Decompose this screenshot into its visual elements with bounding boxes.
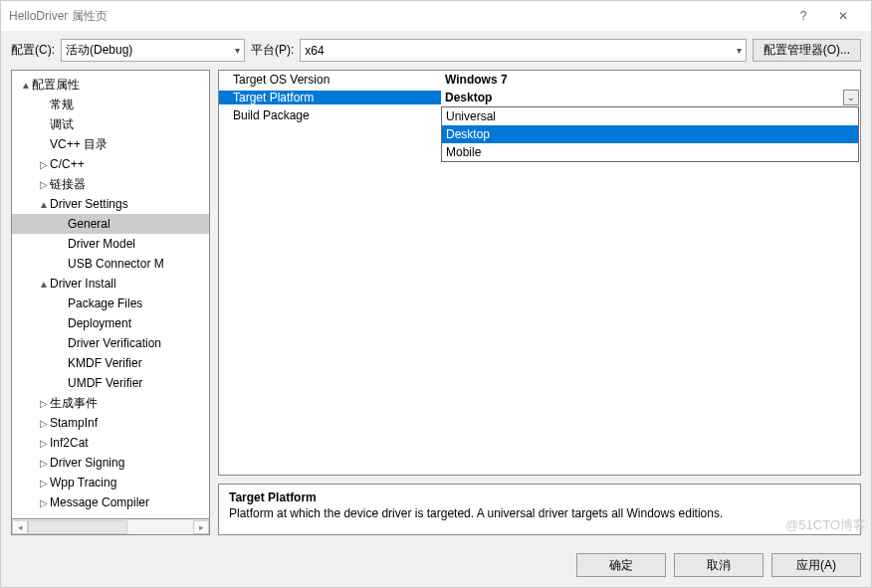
tree-expander-icon[interactable]: ▲	[38, 199, 50, 210]
tree-item-label: Driver Settings	[50, 197, 128, 211]
tree-item[interactable]: ▷C/C++	[12, 154, 209, 174]
target-platform-dropdown[interactable]: UniversalDesktopMobile	[441, 106, 859, 162]
tree-item-label: 生成事件	[50, 395, 98, 412]
apply-button[interactable]: 应用(A)	[771, 553, 861, 577]
tree-item-label: C/C++	[50, 157, 85, 171]
tree-expander-icon[interactable]: ▷	[38, 398, 50, 409]
tree-expander-icon[interactable]: ▷	[38, 438, 50, 449]
tree-item[interactable]: General	[12, 214, 209, 234]
tree-item[interactable]: VC++ 目录	[12, 134, 209, 154]
tree-item-label: USB Connector M	[68, 257, 164, 271]
description-title: Target Platform	[229, 490, 850, 504]
tree-item-label: Message Compiler	[50, 495, 149, 509]
platform-combo[interactable]: x64 ▾	[300, 39, 746, 62]
tree-expander-icon[interactable]: ▷	[38, 458, 50, 469]
tree-item-label: Driver Verification	[68, 336, 161, 350]
scroll-left-icon[interactable]: ◂	[12, 520, 28, 534]
platform-label: 平台(P):	[251, 42, 294, 59]
scroll-track[interactable]	[28, 520, 193, 534]
scroll-right-icon[interactable]: ▸	[193, 520, 209, 534]
tree-expander-icon[interactable]: ▷	[38, 497, 50, 508]
ok-button[interactable]: 确定	[576, 553, 666, 577]
tree-item-label: Deployment	[68, 316, 131, 330]
dialog-footer: 确定 取消 应用(A)	[1, 543, 871, 587]
tree-item[interactable]: 调试	[12, 114, 209, 134]
platform-combo-value: x64	[305, 44, 324, 58]
description-text: Platform at which the device driver is t…	[229, 506, 850, 520]
tree-item[interactable]: ▷Message Compiler	[12, 492, 209, 512]
tree-item[interactable]: Package Files	[12, 294, 209, 313]
tree-item-label: VC++ 目录	[50, 136, 108, 153]
tree-item-label: Driver Signing	[50, 456, 124, 470]
tree-item[interactable]: ▲Driver Install	[12, 274, 209, 294]
tree-expander-icon[interactable]: ▷	[38, 418, 50, 429]
config-manager-button[interactable]: 配置管理器(O)...	[753, 39, 861, 62]
tree-item[interactable]: Driver Model	[12, 234, 209, 254]
tree-item[interactable]: ▷Wpp Tracing	[12, 473, 209, 492]
help-icon[interactable]: ?	[783, 9, 823, 23]
cancel-button[interactable]: 取消	[674, 553, 763, 577]
dropdown-option[interactable]: Mobile	[442, 143, 858, 161]
tree-item[interactable]: ▷StampInf	[12, 413, 209, 433]
tree-item[interactable]: ▷Inf2Cat	[12, 433, 209, 453]
tree-item[interactable]: Deployment	[12, 313, 209, 333]
tree-expander-icon[interactable]: ▷	[38, 179, 50, 190]
property-row[interactable]: Target OS VersionWindows 7	[219, 71, 860, 89]
property-value: Desktop	[441, 91, 843, 104]
tree-expander-icon[interactable]: ▲	[20, 80, 32, 91]
property-row[interactable]: Target PlatformDesktop⌄	[219, 89, 860, 106]
dropdown-button-icon[interactable]: ⌄	[843, 90, 859, 105]
tree-item-label: Driver Model	[68, 237, 135, 251]
tree-expander-icon[interactable]: ▷	[38, 159, 50, 170]
tree-item-label: StampInf	[50, 416, 98, 430]
tree-item[interactable]: USB Connector M	[12, 254, 209, 274]
property-grid[interactable]: Target OS VersionWindows 7Target Platfor…	[218, 70, 861, 476]
description-panel: Target Platform Platform at which the de…	[218, 484, 861, 535]
tree-item[interactable]: UMDF Verifier	[12, 373, 209, 393]
tree-item[interactable]: Driver Verification	[12, 333, 209, 353]
tree-expander-icon[interactable]: ▲	[38, 279, 50, 290]
tree-item[interactable]: ▲配置属性	[12, 75, 209, 95]
chevron-down-icon: ▾	[737, 45, 742, 56]
chevron-down-icon: ▾	[235, 45, 240, 56]
property-value: Windows 7	[441, 73, 860, 87]
tree-item-label: 调试	[50, 116, 74, 133]
tree-item[interactable]: KMDF Verifier	[12, 353, 209, 373]
tree-item-label: Driver Install	[50, 277, 116, 291]
property-label: Target Platform	[219, 91, 441, 104]
tree-expander-icon[interactable]: ▷	[38, 478, 50, 489]
title-bar: HelloDriver 属性页 ? ✕	[1, 1, 871, 31]
tree-item[interactable]: ▷Driver Signing	[12, 453, 209, 473]
tree-item-label: Inf2Cat	[50, 436, 89, 450]
tree-item-label: KMDF Verifier	[68, 356, 142, 370]
tree-item[interactable]: ▷链接器	[12, 174, 209, 194]
tree-item[interactable]: ▲Driver Settings	[12, 194, 209, 214]
tree-horizontal-scrollbar[interactable]: ◂ ▸	[11, 519, 210, 535]
close-icon[interactable]: ✕	[823, 9, 863, 23]
dropdown-option[interactable]: Desktop	[442, 125, 858, 143]
tree-item-label: Package Files	[68, 296, 142, 310]
property-label: Target OS Version	[219, 73, 441, 87]
tree-item-label: UMDF Verifier	[68, 376, 142, 390]
dropdown-option[interactable]: Universal	[442, 107, 858, 125]
tree-item[interactable]: 常规	[12, 95, 209, 114]
tree-item-label: 常规	[50, 97, 74, 113]
config-manager-label: 配置管理器(O)...	[763, 42, 850, 59]
scroll-thumb[interactable]	[28, 520, 127, 534]
tree-item-label: 配置属性	[32, 77, 80, 94]
window-title: HelloDriver 属性页	[9, 8, 783, 25]
config-toolbar: 配置(C): 活动(Debug) ▾ 平台(P): x64 ▾ 配置管理器(O)…	[1, 31, 871, 70]
tree-item[interactable]: ▷生成事件	[12, 393, 209, 413]
tree-item-label: 链接器	[50, 176, 86, 193]
nav-tree[interactable]: ▲配置属性常规调试VC++ 目录▷C/C++▷链接器▲Driver Settin…	[11, 70, 210, 519]
property-label: Build Package	[219, 108, 441, 122]
config-combo-value: 活动(Debug)	[66, 42, 132, 59]
tree-item-label: General	[68, 217, 110, 231]
tree-item-label: Wpp Tracing	[50, 476, 116, 490]
config-label: 配置(C):	[11, 42, 55, 59]
config-combo[interactable]: 活动(Debug) ▾	[61, 39, 245, 62]
